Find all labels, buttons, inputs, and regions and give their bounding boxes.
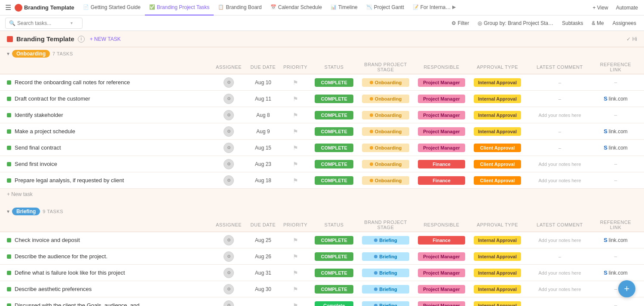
task-assignee[interactable]: ⚙: [212, 110, 246, 120]
main-content: Branding Template i + NEW TASK ✓ Hi ▾ On…: [0, 31, 644, 306]
task-latest-comment: Add your notes here: [525, 238, 594, 243]
project-color-dot: [7, 36, 13, 42]
task-brand-stage: Onboarding: [358, 176, 414, 185]
task-approval: Internal Approval: [469, 285, 525, 294]
task-assignee[interactable]: ⚙: [212, 235, 246, 245]
tab-label-gantt: Project Gantt: [374, 4, 404, 10]
task-row[interactable]: Draft contract for the customer ⚙ Aug 11…: [0, 91, 644, 107]
me-button[interactable]: & Me: [589, 19, 607, 27]
new-task-button[interactable]: + NEW TASK: [90, 36, 121, 42]
briefing-task-count: 9 TASKS: [43, 209, 63, 214]
task-assignee[interactable]: ⚙: [212, 300, 246, 306]
task-due-date: Aug 9: [246, 129, 280, 135]
hide-button[interactable]: ✓ Hi: [626, 36, 637, 42]
col-header-latest-comment: LATEST COMMENT: [525, 222, 594, 227]
onboarding-toggle[interactable]: ▾: [7, 51, 9, 57]
project-title: Branding Template: [16, 35, 74, 43]
tab-branding-project-tasks[interactable]: ✅ Branding Project Tasks: [145, 0, 214, 15]
tab-branding-board[interactable]: 📋 Branding Board: [214, 0, 266, 15]
new-task-row[interactable]: + New task: [0, 189, 644, 202]
tab-icon-gantt: 📉: [366, 4, 372, 10]
task-assignee[interactable]: ⚙: [212, 143, 246, 153]
project-header: Branding Template i + NEW TASK ✓ Hi: [0, 31, 644, 47]
task-brand-stage: Onboarding: [358, 144, 414, 152]
priority-flag-icon: ⚑: [293, 95, 298, 102]
task-status: COMPLETE: [310, 176, 358, 185]
brand-stage-badge: Briefing: [362, 269, 409, 277]
responsible-badge: Project Manager: [418, 127, 465, 136]
task-assignee[interactable]: ⚙: [212, 175, 246, 186]
tab-gantt[interactable]: 📉 Project Gantt: [362, 0, 408, 15]
assignees-button[interactable]: Assignees: [610, 19, 639, 27]
avatar: ⚙: [224, 143, 234, 153]
task-brand-stage: Onboarding: [358, 95, 414, 103]
task-row[interactable]: Prepare legal analysis, if requested by …: [0, 172, 644, 189]
tab-timeline[interactable]: 📊 Timeline: [326, 0, 362, 15]
assignees-label: Assignees: [613, 20, 636, 26]
task-bullet: [7, 146, 11, 150]
task-row[interactable]: Send final contract ⚙ Aug 15 ⚑ COMPLETE …: [0, 140, 644, 156]
col-header-brand-stage: BRAND PROJECT STAGE: [358, 220, 414, 230]
priority-flag-icon: ⚑: [293, 128, 298, 135]
filter-button[interactable]: ⚙ Filter: [449, 19, 472, 27]
brand-stage-dot: [370, 81, 373, 84]
search-box[interactable]: 🔍 ▾: [5, 18, 83, 29]
task-approval: Internal Approval: [469, 269, 525, 277]
view-button[interactable]: + View: [590, 4, 610, 12]
hamburger-icon[interactable]: ☰: [3, 2, 13, 13]
tab-label-internal: For Interna…: [420, 4, 451, 10]
tab-calendar[interactable]: 📅 Calendar Schedule: [266, 0, 326, 15]
task-brand-stage: Briefing: [358, 252, 414, 261]
avatar: ⚙: [224, 284, 234, 294]
search-dropdown-icon[interactable]: ▾: [71, 21, 73, 25]
task-row[interactable]: Describe the audience for the project. ⚙…: [0, 248, 644, 265]
subtasks-button[interactable]: Subtasks: [559, 19, 586, 27]
task-ref-link[interactable]: Slink.com: [594, 144, 637, 151]
col-header-assignee: ASSIGNEE: [212, 64, 246, 70]
task-row[interactable]: Discussed with the client the Goals, aud…: [0, 297, 644, 306]
task-ref-link[interactable]: Slink.com: [594, 269, 637, 276]
task-assignee[interactable]: ⚙: [212, 126, 246, 137]
task-status: COMPLETE: [310, 111, 358, 119]
task-assignee[interactable]: ⚙: [212, 251, 246, 262]
col-header-priority: PRIORITY: [280, 64, 310, 70]
briefing-toggle[interactable]: ▾: [7, 208, 9, 214]
avatar: ⚙: [224, 77, 234, 88]
task-priority: ⚑: [280, 161, 310, 168]
task-row[interactable]: Identify stakeholder ⚙ Aug 8 ⚑ COMPLETE …: [0, 107, 644, 123]
task-row[interactable]: Describe aesthetic preferences ⚙ Aug 30 …: [0, 281, 644, 297]
task-row[interactable]: Send first invoice ⚙ Aug 23 ⚑ COMPLETE O…: [0, 156, 644, 172]
subtasks-label: Subtasks: [562, 20, 583, 26]
automate-button[interactable]: Automate: [613, 4, 641, 12]
search-input[interactable]: [17, 20, 69, 26]
task-row[interactable]: Check invoice and deposit ⚙ Aug 25 ⚑ COM…: [0, 232, 644, 248]
task-ref-link[interactable]: Slink.com: [594, 128, 637, 135]
avatar: ⚙: [224, 251, 234, 262]
task-approval: Client Approval: [469, 160, 525, 168]
task-brand-stage: Briefing: [358, 285, 414, 294]
brand-stage-badge: Onboarding: [362, 176, 409, 185]
task-ref-link[interactable]: Slink.com: [594, 237, 637, 243]
task-ref-link: –: [594, 80, 637, 86]
task-assignee[interactable]: ⚙: [212, 77, 246, 88]
tab-internal[interactable]: 📝 For Interna… ▶: [408, 0, 460, 15]
task-responsible: Project Manager: [414, 95, 469, 103]
group-by-button[interactable]: ◎ Group by: Brand Project Sta…: [475, 19, 556, 27]
toolbar-right: ⚙ Filter ◎ Group by: Brand Project Sta… …: [449, 19, 639, 27]
task-assignee[interactable]: ⚙: [212, 268, 246, 278]
fab-button[interactable]: +: [618, 280, 635, 297]
status-badge: COMPLETE: [315, 160, 353, 168]
task-row[interactable]: Define what is failure look like for thi…: [0, 265, 644, 281]
brand-stage-badge: Briefing: [362, 252, 409, 261]
task-assignee[interactable]: ⚙: [212, 159, 246, 169]
task-bullet: [7, 238, 11, 242]
task-responsible: Finance: [414, 236, 469, 245]
task-assignee[interactable]: ⚙: [212, 284, 246, 294]
task-row[interactable]: Record the onboarding call notes for ref…: [0, 74, 644, 91]
tab-getting-started[interactable]: 📄 Getting Started Guide: [79, 0, 145, 15]
project-info-icon[interactable]: i: [78, 36, 85, 43]
task-brand-stage: Briefing: [358, 301, 414, 306]
task-ref-link[interactable]: Slink.com: [594, 95, 637, 102]
task-row[interactable]: Make a project schedule ⚙ Aug 9 ⚑ COMPLE…: [0, 123, 644, 140]
task-assignee[interactable]: ⚙: [212, 94, 246, 104]
